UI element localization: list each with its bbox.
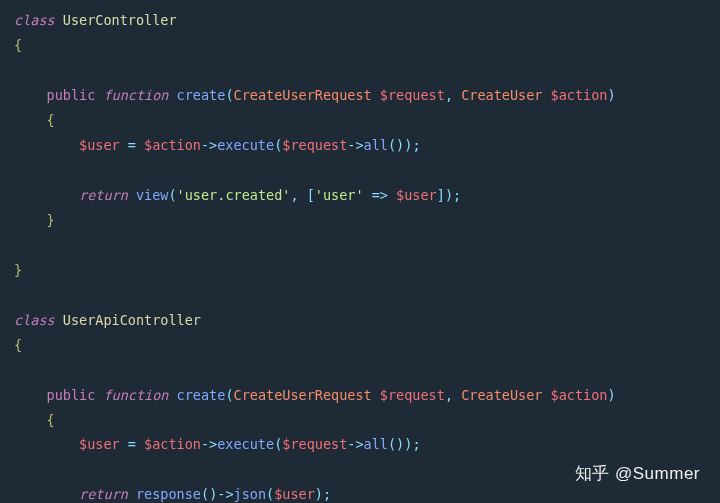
variable: $user	[274, 486, 315, 502]
param-type: CreateUserRequest	[234, 87, 372, 103]
paren: (	[225, 87, 233, 103]
param-type: CreateUser	[461, 87, 542, 103]
param-type: CreateUserRequest	[234, 387, 372, 403]
keyword-class: class	[14, 312, 55, 328]
arrow-operator: =>	[364, 187, 397, 203]
param-var: $request	[380, 87, 445, 103]
variable: $action	[144, 137, 201, 153]
paren: (	[388, 137, 396, 153]
variable: $user	[396, 187, 437, 203]
class-name: UserController	[63, 12, 177, 28]
watermark-text: 知乎 @Summer	[575, 458, 700, 489]
function-call: view	[136, 187, 169, 203]
paren: (	[266, 486, 274, 502]
param-var: $action	[551, 87, 608, 103]
arrow-operator: ->	[201, 137, 217, 153]
method-call: json	[234, 486, 267, 502]
semicolon: ;	[412, 137, 420, 153]
method-name: create	[177, 387, 226, 403]
variable: $user	[79, 436, 120, 452]
keyword-public: public	[47, 87, 96, 103]
paren: )	[445, 187, 453, 203]
method-call: all	[364, 436, 388, 452]
keyword-function: function	[103, 87, 168, 103]
variable: $request	[282, 137, 347, 153]
param-type: CreateUser	[461, 387, 542, 403]
keyword-function: function	[103, 387, 168, 403]
paren: (	[388, 436, 396, 452]
paren: (	[168, 187, 176, 203]
brace-close: }	[47, 212, 55, 228]
operator: =	[120, 137, 144, 153]
method-call: all	[364, 137, 388, 153]
method-call: execute	[217, 137, 274, 153]
variable: $action	[144, 436, 201, 452]
function-call: response	[136, 486, 201, 502]
param-var: $request	[380, 387, 445, 403]
code-block: class UserController { public function c…	[14, 8, 706, 503]
param-var: $action	[551, 387, 608, 403]
paren: )	[607, 387, 615, 403]
comma: ,	[290, 187, 306, 203]
comma: ,	[445, 87, 453, 103]
keyword-return: return	[79, 486, 128, 502]
method-call: execute	[217, 436, 274, 452]
brace-open: {	[47, 412, 55, 428]
semicolon: ;	[453, 187, 461, 203]
semicolon: ;	[412, 436, 420, 452]
bracket: [	[307, 187, 315, 203]
variable: $request	[282, 436, 347, 452]
class-name: UserApiController	[63, 312, 201, 328]
keyword-class: class	[14, 12, 55, 28]
keyword-return: return	[79, 187, 128, 203]
arrow-operator: ->	[347, 436, 363, 452]
brace-open: {	[14, 37, 22, 53]
paren: )	[607, 87, 615, 103]
string-literal: 'user'	[315, 187, 364, 203]
semicolon: ;	[323, 486, 331, 502]
brace-close: }	[14, 262, 22, 278]
bracket: ]	[437, 187, 445, 203]
brace-open: {	[14, 337, 22, 353]
brace-open: {	[47, 112, 55, 128]
paren: (	[201, 486, 209, 502]
operator: =	[120, 436, 144, 452]
arrow-operator: ->	[217, 486, 233, 502]
arrow-operator: ->	[347, 137, 363, 153]
paren: )	[315, 486, 323, 502]
string-literal: 'user.created'	[177, 187, 291, 203]
variable: $user	[79, 137, 120, 153]
comma: ,	[445, 387, 453, 403]
paren: (	[225, 387, 233, 403]
keyword-public: public	[47, 387, 96, 403]
arrow-operator: ->	[201, 436, 217, 452]
method-name: create	[177, 87, 226, 103]
